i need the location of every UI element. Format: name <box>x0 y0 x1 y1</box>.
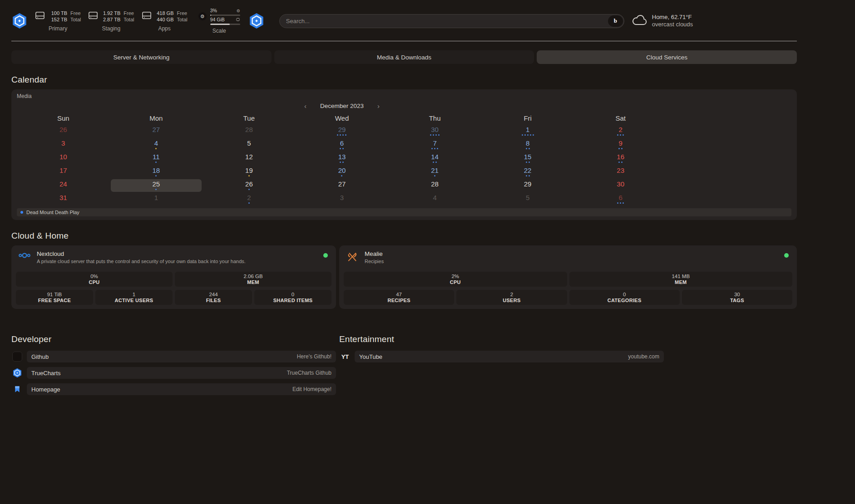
calendar-day[interactable]: 2 <box>203 192 296 206</box>
next-month-button[interactable]: › <box>377 103 380 109</box>
calendar-day[interactable]: 10 <box>17 152 110 165</box>
storage-total: 152 TBTotal <box>48 16 81 23</box>
calendar-day[interactable]: 22 <box>481 165 574 179</box>
storage-widget-apps[interactable]: 418 GBFree 440 GBTotal Apps <box>142 10 188 32</box>
search-bar: b <box>279 14 624 28</box>
calendar-day[interactable]: 1 <box>481 124 574 138</box>
tab-server-networking[interactable]: Server & Networking <box>11 50 272 64</box>
calendar-section-title: Calendar <box>11 75 797 85</box>
calendar-day[interactable]: 16 <box>574 152 667 165</box>
calendar-day[interactable]: 26 <box>17 124 110 138</box>
stat-mem: 141 MBMEM <box>569 272 793 287</box>
truenas-scale-logo-icon[interactable] <box>248 13 265 29</box>
calendar-day[interactable]: 27 <box>296 179 389 192</box>
event-dots <box>433 161 437 163</box>
calendar-day[interactable]: 3 <box>17 138 110 152</box>
calendar-day[interactable]: 24 <box>17 179 110 192</box>
service-description: A private cloud server that puts the con… <box>37 259 246 264</box>
prev-month-button[interactable]: ‹ <box>304 103 306 109</box>
scale-label: Scale <box>213 28 226 34</box>
scale-resources-widget[interactable]: ⚙ 3%⚙ 94 GiB Scale <box>198 8 240 34</box>
tab-cloud-services[interactable]: Cloud Services <box>537 50 797 64</box>
header: 100 TBFree 152 TBTotal Primary 1.92 TBFr… <box>11 0 797 40</box>
storage-widget-staging[interactable]: 1.92 TBFree 2.87 TBTotal Staging <box>88 10 134 32</box>
weather-location-temp: Home, 62.71°F <box>652 14 693 21</box>
calendar-day[interactable]: 7 <box>388 138 481 152</box>
event-dots <box>248 202 250 204</box>
storage-free: 418 GBFree <box>155 10 188 16</box>
memory-chip-icon <box>236 17 240 23</box>
bookmark-description: youtube.com <box>628 353 659 360</box>
event-dots <box>431 147 438 150</box>
service-card-nextcloud[interactable]: Nextcloud A private cloud server that pu… <box>11 245 336 309</box>
page: 100 TBFree 152 TBTotal Primary 1.92 TBFr… <box>0 0 855 400</box>
calendar-day[interactable]: 9 <box>574 138 667 152</box>
truecharts-logo-icon[interactable] <box>11 13 28 29</box>
calendar-day[interactable]: 23 <box>574 165 667 179</box>
event-dots <box>155 161 157 163</box>
weather-condition: overcast clouds <box>652 21 693 28</box>
event-dots <box>155 175 157 177</box>
tab-media-downloads[interactable]: Media & Downloads <box>274 50 534 64</box>
bookmarks-area: Developer Github Here's Github! TrueChar… <box>11 334 797 400</box>
calendar-day[interactable]: 14 <box>388 152 481 165</box>
calendar-widget: Media ‹ December 2023 › Sun Mon Tue Wed … <box>11 89 797 220</box>
storage-pool-name: Staging <box>102 25 121 32</box>
bookmark-description: TrueCharts Github <box>287 370 331 376</box>
header-divider <box>11 41 797 41</box>
month-title: December 2023 <box>320 103 364 109</box>
calendar-day[interactable]: 18 <box>110 165 203 179</box>
calendar-day[interactable]: 31 <box>17 192 110 206</box>
storage-free: 1.92 TBFree <box>101 10 134 16</box>
calendar-day[interactable]: 12 <box>203 152 296 165</box>
storage-widget-primary[interactable]: 100 TBFree 152 TBTotal Primary <box>35 10 81 32</box>
stat-recipes: 47RECIPES <box>344 290 454 305</box>
calendar-day[interactable]: 1 <box>110 192 203 206</box>
calendar-day[interactable]: 13 <box>296 152 389 165</box>
calendar-day[interactable]: 20 <box>296 165 389 179</box>
calendar-day[interactable]: 30 <box>574 179 667 192</box>
calendar-day[interactable]: 29 <box>481 179 574 192</box>
calendar-day[interactable]: 29 <box>296 124 389 138</box>
weekday-label: Sat <box>574 113 667 124</box>
youtube-abbr-icon: YT <box>339 351 351 362</box>
calendar-day[interactable]: 25 <box>110 179 203 192</box>
calendar-day[interactable]: 19 <box>203 165 296 179</box>
weather-widget[interactable]: Home, 62.71°F overcast clouds <box>632 14 693 28</box>
calendar-day[interactable]: 6 <box>296 138 389 152</box>
calendar-day[interactable]: 26 <box>203 179 296 192</box>
calendar-day[interactable]: 8 <box>481 138 574 152</box>
calendar-day[interactable]: 2 <box>574 124 667 138</box>
bookmark-github[interactable]: Github Here's Github! <box>11 351 336 362</box>
search-provider-button[interactable]: b <box>608 15 623 27</box>
calendar-day[interactable]: 21 <box>388 165 481 179</box>
calendar-day[interactable]: 6 <box>574 192 667 206</box>
disk-icon <box>88 11 98 22</box>
calendar-day[interactable]: 28 <box>203 124 296 138</box>
calendar-day[interactable]: 17 <box>17 165 110 179</box>
event-dots <box>522 134 534 136</box>
calendar-day[interactable]: 30 <box>388 124 481 138</box>
calendar-day[interactable]: 27 <box>110 124 203 138</box>
calendar-day[interactable]: 15 <box>481 152 574 165</box>
search-input[interactable] <box>279 14 624 28</box>
bookmark-homepage[interactable]: Homepage Edit Homepage! <box>11 383 336 395</box>
calendar-day[interactable]: 5 <box>481 192 574 206</box>
calendar-day[interactable]: 5 <box>203 138 296 152</box>
event-dots <box>340 147 344 150</box>
calendar-day[interactable]: 3 <box>296 192 389 206</box>
bookmark-truecharts[interactable]: TrueCharts TrueCharts Github <box>11 367 336 379</box>
truecharts-icon <box>11 367 23 378</box>
calendar-day[interactable]: 4 <box>388 192 481 206</box>
service-card-mealie[interactable]: Mealie Recipies 2%CPU 141 MBMEM 47RECIPE… <box>339 245 797 309</box>
service-name: Mealie <box>365 250 384 257</box>
calendar-day[interactable]: 28 <box>388 179 481 192</box>
bookmark-youtube[interactable]: YT YouTube youtube.com <box>339 351 664 362</box>
calendar-day[interactable]: 4 <box>110 138 203 152</box>
calendar-widget-label: Media <box>17 93 791 99</box>
event-dots <box>618 147 623 150</box>
entertainment-column: Entertainment YT YouTube youtube.com <box>339 334 664 400</box>
memory-usage-value: 94 GiB <box>210 17 225 23</box>
stat-categories: 0CATEGORIES <box>569 290 680 305</box>
calendar-day[interactable]: 11 <box>110 152 203 165</box>
